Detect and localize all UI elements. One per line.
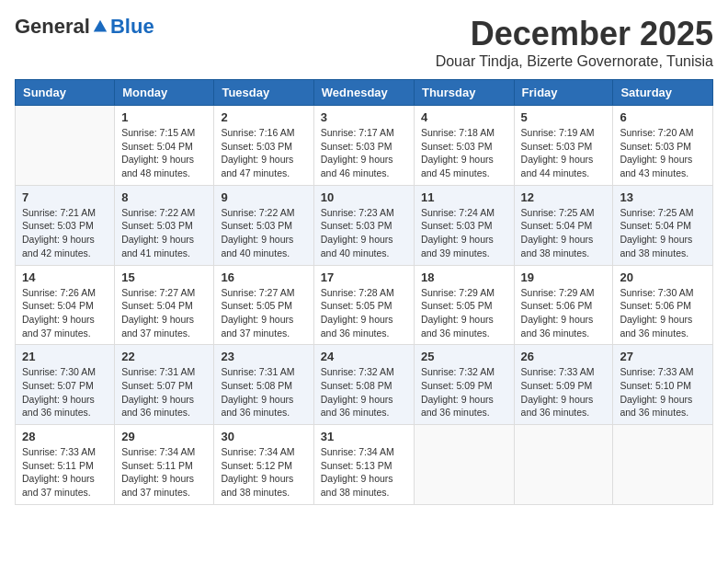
day-number: 25	[421, 350, 507, 363]
calendar-cell: 29Sunrise: 7:34 AM Sunset: 5:11 PM Dayli…	[115, 425, 214, 505]
day-number: 12	[521, 190, 607, 204]
calendar-header-tuesday: Tuesday	[214, 80, 313, 106]
day-info: Sunrise: 7:24 AM Sunset: 5:03 PM Dayligh…	[421, 206, 507, 260]
day-info: Sunrise: 7:34 AM Sunset: 5:13 PM Dayligh…	[321, 445, 407, 500]
day-info: Sunrise: 7:33 AM Sunset: 5:09 PM Dayligh…	[521, 365, 607, 419]
day-number: 13	[620, 190, 706, 204]
day-number: 1	[121, 110, 207, 124]
calendar-week-row: 14Sunrise: 7:26 AM Sunset: 5:04 PM Dayli…	[16, 265, 713, 345]
logo: General Blue	[15, 15, 154, 39]
calendar-header-sunday: Sunday	[16, 80, 115, 106]
day-number: 23	[221, 350, 306, 363]
day-info: Sunrise: 7:32 AM Sunset: 5:08 PM Dayligh…	[321, 365, 407, 419]
page-header: General Blue December 2025 Douar Tindja,…	[15, 15, 713, 70]
day-info: Sunrise: 7:28 AM Sunset: 5:05 PM Dayligh…	[321, 286, 407, 340]
calendar-week-row: 28Sunrise: 7:33 AM Sunset: 5:11 PM Dayli…	[16, 425, 713, 505]
calendar-cell: 15Sunrise: 7:27 AM Sunset: 5:04 PM Dayli…	[115, 265, 214, 345]
day-info: Sunrise: 7:20 AM Sunset: 5:03 PM Dayligh…	[620, 126, 706, 180]
day-info: Sunrise: 7:19 AM Sunset: 5:03 PM Dayligh…	[521, 126, 607, 180]
calendar-header-wednesday: Wednesday	[313, 80, 414, 106]
title-block: December 2025 Douar Tindja, Bizerte Gove…	[436, 15, 713, 70]
calendar-cell: 16Sunrise: 7:27 AM Sunset: 5:05 PM Dayli…	[214, 265, 313, 345]
calendar-cell: 5Sunrise: 7:19 AM Sunset: 5:03 PM Daylig…	[514, 106, 613, 186]
day-info: Sunrise: 7:33 AM Sunset: 5:11 PM Dayligh…	[22, 445, 108, 500]
day-info: Sunrise: 7:27 AM Sunset: 5:04 PM Dayligh…	[121, 286, 207, 340]
day-info: Sunrise: 7:17 AM Sunset: 5:03 PM Dayligh…	[321, 126, 407, 180]
day-number: 17	[321, 270, 407, 284]
day-number: 22	[121, 350, 207, 363]
day-number: 28	[22, 430, 108, 443]
day-number: 31	[321, 430, 407, 443]
calendar-header-thursday: Thursday	[414, 80, 514, 106]
day-number: 18	[421, 270, 507, 284]
day-info: Sunrise: 7:30 AM Sunset: 5:07 PM Dayligh…	[22, 365, 108, 419]
day-number: 10	[321, 190, 407, 204]
calendar-cell: 11Sunrise: 7:24 AM Sunset: 5:03 PM Dayli…	[414, 185, 514, 265]
day-number: 11	[421, 190, 507, 204]
day-number: 3	[321, 110, 407, 124]
calendar-cell: 9Sunrise: 7:22 AM Sunset: 5:03 PM Daylig…	[214, 185, 313, 265]
day-number: 27	[620, 350, 706, 363]
day-info: Sunrise: 7:21 AM Sunset: 5:03 PM Dayligh…	[22, 206, 108, 260]
calendar-cell	[514, 425, 613, 505]
calendar-header-saturday: Saturday	[613, 80, 713, 106]
day-info: Sunrise: 7:25 AM Sunset: 5:04 PM Dayligh…	[521, 206, 607, 260]
calendar-cell: 31Sunrise: 7:34 AM Sunset: 5:13 PM Dayli…	[313, 425, 414, 505]
calendar-cell: 27Sunrise: 7:33 AM Sunset: 5:10 PM Dayli…	[613, 345, 713, 425]
day-number: 24	[321, 350, 407, 363]
day-info: Sunrise: 7:23 AM Sunset: 5:03 PM Dayligh…	[321, 206, 407, 260]
calendar-table: SundayMondayTuesdayWednesdayThursdayFrid…	[15, 79, 713, 505]
location-subtitle: Douar Tindja, Bizerte Governorate, Tunis…	[436, 53, 713, 70]
calendar-cell: 14Sunrise: 7:26 AM Sunset: 5:04 PM Dayli…	[16, 265, 115, 345]
calendar-cell: 8Sunrise: 7:22 AM Sunset: 5:03 PM Daylig…	[115, 185, 214, 265]
calendar-week-row: 7Sunrise: 7:21 AM Sunset: 5:03 PM Daylig…	[16, 185, 713, 265]
day-number: 21	[22, 350, 108, 363]
day-number: 5	[521, 110, 607, 124]
day-number: 29	[121, 430, 207, 443]
day-number: 19	[521, 270, 607, 284]
day-info: Sunrise: 7:31 AM Sunset: 5:08 PM Dayligh…	[221, 365, 306, 419]
day-info: Sunrise: 7:22 AM Sunset: 5:03 PM Dayligh…	[121, 206, 207, 260]
calendar-cell: 21Sunrise: 7:30 AM Sunset: 5:07 PM Dayli…	[16, 345, 115, 425]
calendar-cell: 30Sunrise: 7:34 AM Sunset: 5:12 PM Dayli…	[214, 425, 313, 505]
calendar-header-monday: Monday	[115, 80, 214, 106]
day-number: 2	[221, 110, 306, 124]
calendar-cell: 1Sunrise: 7:15 AM Sunset: 5:04 PM Daylig…	[115, 106, 214, 186]
day-info: Sunrise: 7:32 AM Sunset: 5:09 PM Dayligh…	[421, 365, 507, 419]
day-number: 8	[121, 190, 207, 204]
calendar-cell	[16, 106, 115, 186]
day-number: 20	[620, 270, 706, 284]
day-info: Sunrise: 7:30 AM Sunset: 5:06 PM Dayligh…	[620, 286, 706, 340]
calendar-cell: 3Sunrise: 7:17 AM Sunset: 5:03 PM Daylig…	[313, 106, 414, 186]
day-number: 9	[221, 190, 306, 204]
logo-blue: Blue	[110, 15, 154, 39]
calendar-cell: 23Sunrise: 7:31 AM Sunset: 5:08 PM Dayli…	[214, 345, 313, 425]
day-info: Sunrise: 7:29 AM Sunset: 5:06 PM Dayligh…	[521, 286, 607, 340]
day-number: 7	[22, 190, 108, 204]
logo-general: General	[15, 15, 90, 39]
calendar-cell: 22Sunrise: 7:31 AM Sunset: 5:07 PM Dayli…	[115, 345, 214, 425]
day-info: Sunrise: 7:33 AM Sunset: 5:10 PM Dayligh…	[620, 365, 706, 419]
calendar-cell	[414, 425, 514, 505]
day-info: Sunrise: 7:16 AM Sunset: 5:03 PM Dayligh…	[221, 126, 306, 180]
calendar-cell: 17Sunrise: 7:28 AM Sunset: 5:05 PM Dayli…	[313, 265, 414, 345]
day-info: Sunrise: 7:34 AM Sunset: 5:11 PM Dayligh…	[121, 445, 207, 500]
day-number: 30	[221, 430, 306, 443]
day-info: Sunrise: 7:31 AM Sunset: 5:07 PM Dayligh…	[121, 365, 207, 419]
day-info: Sunrise: 7:34 AM Sunset: 5:12 PM Dayligh…	[221, 445, 306, 500]
day-number: 6	[620, 110, 706, 124]
day-info: Sunrise: 7:25 AM Sunset: 5:04 PM Dayligh…	[620, 206, 706, 260]
calendar-header-friday: Friday	[514, 80, 613, 106]
logo-icon	[92, 18, 108, 35]
day-info: Sunrise: 7:26 AM Sunset: 5:04 PM Dayligh…	[22, 286, 108, 340]
svg-marker-0	[94, 20, 107, 32]
day-number: 14	[22, 270, 108, 284]
day-number: 15	[121, 270, 207, 284]
calendar-cell: 26Sunrise: 7:33 AM Sunset: 5:09 PM Dayli…	[514, 345, 613, 425]
month-title: December 2025	[436, 15, 713, 53]
day-info: Sunrise: 7:27 AM Sunset: 5:05 PM Dayligh…	[221, 286, 306, 340]
day-number: 26	[521, 350, 607, 363]
calendar-cell: 28Sunrise: 7:33 AM Sunset: 5:11 PM Dayli…	[16, 425, 115, 505]
calendar-cell: 7Sunrise: 7:21 AM Sunset: 5:03 PM Daylig…	[16, 185, 115, 265]
calendar-cell: 25Sunrise: 7:32 AM Sunset: 5:09 PM Dayli…	[414, 345, 514, 425]
